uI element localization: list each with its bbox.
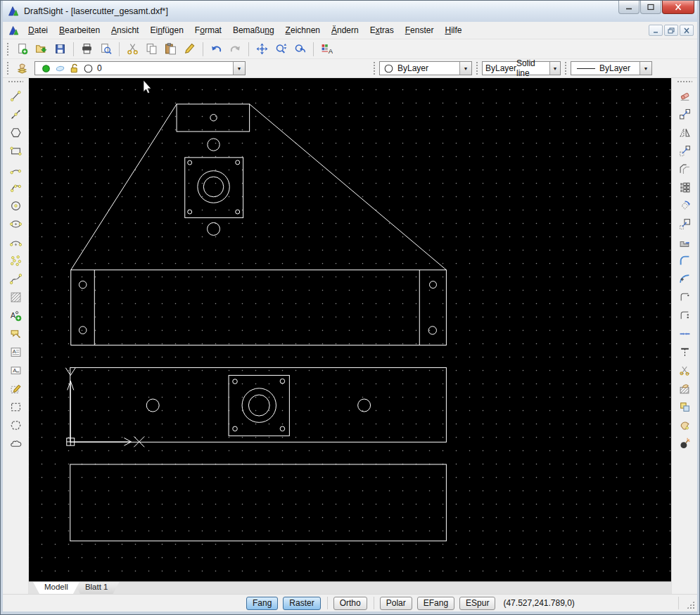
fillet-tool-button[interactable] xyxy=(675,251,694,270)
edit-annotation-tool-button[interactable] xyxy=(6,379,25,398)
menu-format[interactable]: Format xyxy=(189,23,227,38)
lineweight-drag-handle[interactable] xyxy=(564,61,568,75)
toggle-efang[interactable]: EFang xyxy=(417,597,454,610)
text-style-tool-button[interactable]: A xyxy=(6,306,25,324)
linestyle-drag-handle[interactable] xyxy=(476,61,479,75)
sheet-tab-blatt-1[interactable]: Blatt 1 xyxy=(74,582,120,594)
circle-tool-button[interactable] xyxy=(6,196,25,215)
mdi-close-button[interactable] xyxy=(680,25,694,36)
pan-button[interactable] xyxy=(253,41,272,58)
mdi-minimize-button[interactable] xyxy=(649,25,663,36)
open-button[interactable] xyxy=(32,41,51,58)
join-tool-button[interactable] xyxy=(675,324,694,343)
region-tool-button[interactable] xyxy=(6,398,25,416)
zoom-button[interactable] xyxy=(272,41,291,58)
menu-fenster[interactable]: Fenster xyxy=(400,23,440,38)
menu-hilfe[interactable]: Hilfe xyxy=(439,23,467,38)
edit-hatch-tool-button[interactable] xyxy=(675,379,694,398)
hatch-tool-button[interactable] xyxy=(6,288,25,306)
rectangle-tool-button[interactable] xyxy=(6,141,25,160)
round-edges-tool-button[interactable] xyxy=(675,288,694,306)
note-tool-button[interactable]: A xyxy=(6,343,25,361)
wipeout-tool-button[interactable] xyxy=(6,416,25,434)
maximize-button[interactable] xyxy=(640,1,661,14)
explode-tool-button[interactable] xyxy=(675,434,694,452)
line-color-combo[interactable]: ByLayer ▼ xyxy=(379,61,472,75)
edit-polyline-tool-button[interactable] xyxy=(675,306,694,324)
line-style-dropdown[interactable]: ▼ xyxy=(549,62,560,75)
menu-extras[interactable]: Extras xyxy=(364,23,400,38)
edit-component-tool-button[interactable] xyxy=(675,416,694,434)
polygon-tool-button[interactable] xyxy=(6,123,25,141)
minimize-button[interactable] xyxy=(618,1,639,14)
toolbar-drag-handle[interactable] xyxy=(6,42,10,56)
blend-curve-tool-button[interactable] xyxy=(675,270,694,288)
layer-combo[interactable]: 0 ▼ xyxy=(34,61,246,75)
draw-toolbar-drag-handle[interactable] xyxy=(8,80,23,84)
line-color-dropdown[interactable]: ▼ xyxy=(459,62,471,75)
point-tool-button[interactable] xyxy=(6,251,25,270)
arc-tool-button[interactable] xyxy=(6,160,25,178)
new-button[interactable] xyxy=(13,41,32,58)
close-button[interactable] xyxy=(662,1,694,14)
redo-button[interactable] xyxy=(226,41,245,58)
line-weight-combo[interactable]: ByLayer ▼ xyxy=(571,61,652,75)
infinite-line-tool-button[interactable] xyxy=(6,105,25,123)
sheet-tab-modell[interactable]: Modell xyxy=(33,582,79,594)
save-button[interactable] xyxy=(51,41,70,58)
callout-tool-button[interactable] xyxy=(6,324,25,343)
copy-button[interactable] xyxy=(142,41,161,58)
arc-icon xyxy=(10,163,22,175)
toggle-ortho[interactable]: Ortho xyxy=(333,597,367,610)
delete-tool-button[interactable] xyxy=(675,87,694,105)
layer-combo-dropdown[interactable]: ▼ xyxy=(233,62,245,75)
line-style-combo[interactable]: ByLayer Solid line ▼ xyxy=(482,61,561,75)
power-trim-tool-button[interactable] xyxy=(675,343,694,361)
make-block-tool-button[interactable] xyxy=(675,398,694,416)
menu--ndern[interactable]: Ändern xyxy=(326,23,364,38)
layers-manager-button[interactable] xyxy=(13,60,32,77)
modify-toolbar-drag-handle[interactable] xyxy=(677,80,692,84)
scale-tool-button[interactable] xyxy=(675,215,694,233)
pattern-tool-button[interactable] xyxy=(675,178,694,196)
layer-toolbar-drag-handle[interactable] xyxy=(6,61,10,75)
mdi-restore-button[interactable] xyxy=(664,25,678,36)
mirror-tool-button[interactable] xyxy=(675,123,694,141)
offset-tool-button[interactable] xyxy=(675,160,694,178)
elliptical-arc-tool-button[interactable] xyxy=(6,233,25,251)
drawing-canvas[interactable] xyxy=(29,78,671,581)
resize-grip[interactable] xyxy=(686,600,695,609)
spline-tool-button[interactable] xyxy=(6,270,25,288)
menu-bearbeiten[interactable]: Bearbeiten xyxy=(53,23,106,38)
menu-datei[interactable]: Datei xyxy=(23,23,53,38)
zoom-previous-button[interactable] xyxy=(291,41,310,58)
cut-button[interactable] xyxy=(123,41,142,58)
undo-button[interactable] xyxy=(207,41,226,58)
paste-button[interactable] xyxy=(161,41,180,58)
toggle-fang[interactable]: Fang xyxy=(246,597,278,610)
properties-button[interactable]: A xyxy=(317,41,336,58)
format-painter-button[interactable] xyxy=(180,41,199,58)
title-bar[interactable]: DraftSight - [lasercutter_gesamt.dxf*] xyxy=(3,1,697,22)
menu-einf-gen[interactable]: Einfügen xyxy=(144,23,189,38)
print-button[interactable] xyxy=(77,41,96,58)
split-tool-button[interactable] xyxy=(675,361,694,379)
line-tool-button[interactable] xyxy=(6,87,25,105)
color-toolbar-drag-handle[interactable] xyxy=(373,61,376,75)
rotate-tool-button[interactable] xyxy=(675,196,694,215)
toggle-raster[interactable]: Raster xyxy=(283,597,320,610)
move-tool-button[interactable] xyxy=(675,141,694,160)
menu-ansicht[interactable]: Ansicht xyxy=(106,23,144,38)
stretch-tool-button[interactable] xyxy=(675,233,694,251)
copy-entity-tool-button[interactable] xyxy=(675,105,694,123)
simple-note-tool-button[interactable]: A xyxy=(6,361,25,379)
menu-zeichnen[interactable]: Zeichnen xyxy=(280,23,326,38)
print-preview-button[interactable] xyxy=(96,41,115,58)
menu-bema-ung[interactable]: Bemaßung xyxy=(227,23,280,38)
arc-3point-tool-button[interactable] xyxy=(6,178,25,196)
line-weight-dropdown[interactable]: ▼ xyxy=(639,62,651,75)
revision-cloud-tool-button[interactable] xyxy=(6,434,25,452)
toggle-polar[interactable]: Polar xyxy=(380,597,412,610)
toggle-espur[interactable]: ESpur xyxy=(459,597,495,610)
ellipse-tool-button[interactable] xyxy=(6,215,25,233)
